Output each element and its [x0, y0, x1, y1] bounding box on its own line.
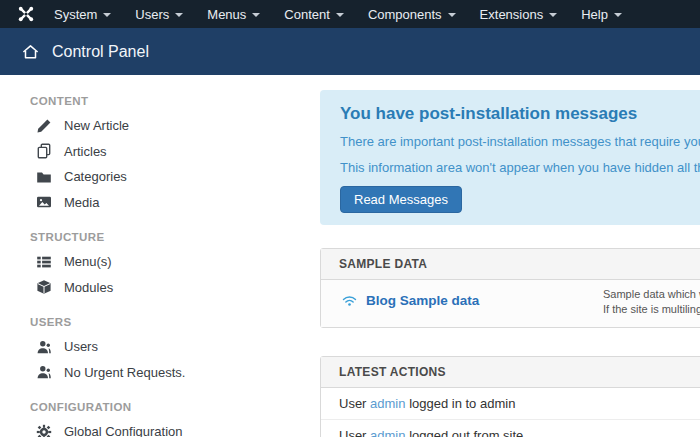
user-icon [36, 339, 52, 355]
list-icon [36, 254, 52, 270]
sidebar-item-categories[interactable]: Categories [30, 164, 320, 190]
menu-extensions-label: Extensions [480, 7, 544, 22]
sample-data-panel: SAMPLE DATA Blog Sample data Sample data… [320, 248, 700, 328]
menu-content[interactable]: Content [272, 0, 356, 28]
sidebar-item-label: New Article [64, 118, 129, 133]
pencil-icon [36, 118, 52, 134]
menu-help[interactable]: Help [569, 0, 634, 28]
sidebar-item-media[interactable]: Media [30, 190, 320, 216]
menu-menus[interactable]: Menus [195, 0, 272, 28]
admin-menu: System Users Menus Content Components Ex… [42, 0, 634, 28]
sidebar: CONTENT New Article Articles Categories [0, 75, 320, 437]
home-icon [21, 43, 40, 60]
sidebar-heading-content: CONTENT [30, 95, 320, 107]
image-icon [36, 194, 52, 210]
main-column: You have post-installation messages Ther… [320, 75, 700, 437]
alert-line-1: There are important post-installation me… [340, 133, 700, 150]
menu-components[interactable]: Components [356, 0, 468, 28]
sample-data-description-line: If the site is multilingual, the data wi… [603, 302, 700, 317]
sidebar-item-label: Menu(s) [64, 254, 112, 269]
sidebar-item-label: Categories [64, 169, 127, 184]
menu-help-label: Help [581, 7, 608, 22]
sidebar-heading-structure: STRUCTURE [30, 231, 320, 243]
sample-data-description: Sample data which will set up a blog sit… [603, 287, 700, 317]
blog-sample-data-link[interactable]: Blog Sample data [342, 293, 479, 308]
sidebar-item-label: Users [64, 339, 98, 354]
user-icon [36, 364, 52, 380]
wifi-icon [342, 294, 357, 307]
sidebar-item-label: Global Configuration [64, 424, 183, 437]
read-messages-button[interactable]: Read Messages [340, 186, 462, 213]
action-row: User admin logged in to admin [321, 388, 700, 420]
action-row: User admin logged out from site [321, 420, 700, 437]
latest-actions-panel: LATEST ACTIONS User admin logged in to a… [320, 356, 700, 437]
blog-sample-data-label: Blog Sample data [366, 293, 479, 308]
chevron-down-icon [103, 13, 111, 17]
sidebar-item-global-configuration[interactable]: Global Configuration [30, 419, 320, 437]
sidebar-item-label: Modules [64, 280, 113, 295]
menu-system[interactable]: System [42, 0, 123, 28]
menu-extensions[interactable]: Extensions [468, 0, 570, 28]
menu-users[interactable]: Users [123, 0, 195, 28]
action-text: User [339, 428, 366, 437]
folder-icon [36, 169, 52, 185]
sidebar-item-label: Media [64, 195, 99, 210]
chevron-down-icon [336, 13, 344, 17]
admin-user-link[interactable]: admin [370, 396, 405, 411]
page-title: Control Panel [52, 43, 149, 61]
chevron-down-icon [252, 13, 260, 17]
latest-actions-header: LATEST ACTIONS [321, 357, 700, 388]
sidebar-item-label: No Urgent Requests. [64, 365, 185, 380]
gear-icon [36, 424, 52, 437]
alert-line-2: This information area won't appear when … [340, 159, 700, 176]
post-installation-alert: You have post-installation messages Ther… [320, 90, 700, 225]
menu-content-label: Content [284, 7, 330, 22]
menu-menus-label: Menus [207, 7, 246, 22]
sidebar-item-label: Articles [64, 144, 107, 159]
cube-icon [36, 279, 52, 295]
sidebar-item-modules[interactable]: Modules [30, 275, 320, 301]
action-text: User [339, 396, 366, 411]
chevron-down-icon [614, 13, 622, 17]
chevron-down-icon [549, 13, 557, 17]
sidebar-heading-users: USERS [30, 316, 320, 328]
sample-data-body: Blog Sample data Sample data which will … [321, 280, 700, 327]
sidebar-item-users[interactable]: Users [30, 334, 320, 360]
alert-title: You have post-installation messages [340, 104, 700, 124]
page-title-bar: Control Panel [0, 28, 700, 75]
sidebar-heading-configuration: CONFIGURATION [30, 401, 320, 413]
sidebar-item-new-article[interactable]: New Article [30, 113, 320, 139]
sidebar-item-menus[interactable]: Menu(s) [30, 249, 320, 275]
chevron-down-icon [448, 13, 456, 17]
copy-icon [36, 143, 52, 159]
menu-system-label: System [54, 7, 97, 22]
menu-components-label: Components [368, 7, 442, 22]
joomla-logo-icon[interactable] [16, 4, 36, 24]
menu-users-label: Users [135, 7, 169, 22]
action-text: logged out from site [409, 428, 523, 437]
admin-user-link[interactable]: admin [370, 428, 405, 437]
admin-menu-bar: System Users Menus Content Components Ex… [0, 0, 700, 28]
chevron-down-icon [175, 13, 183, 17]
content-area: CONTENT New Article Articles Categories [0, 75, 700, 437]
sample-data-header: SAMPLE DATA [321, 249, 700, 280]
action-text: logged in to admin [409, 396, 515, 411]
sidebar-item-articles[interactable]: Articles [30, 139, 320, 165]
sample-data-description-line: Sample data which will set up a blog sit… [603, 287, 700, 302]
sidebar-item-no-urgent-requests[interactable]: No Urgent Requests. [30, 360, 320, 386]
joomla-admin-screen: System Users Menus Content Components Ex… [0, 0, 700, 437]
